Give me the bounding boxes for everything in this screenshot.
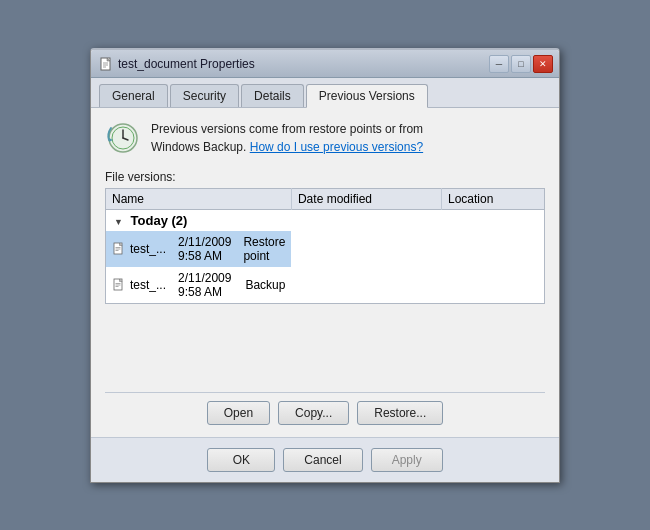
file-date-cell: 2/11/2009 9:58 AM <box>172 269 239 301</box>
document-icon <box>99 57 113 71</box>
tab-general[interactable]: General <box>99 84 168 107</box>
file-name-cell: test_... <box>106 276 172 294</box>
window-title: test_document Properties <box>118 57 255 71</box>
group-header: ▼ Today (2) <box>106 209 545 231</box>
info-link[interactable]: How do I use previous versions? <box>250 140 423 154</box>
file-name: test_... <box>130 242 166 256</box>
open-button[interactable]: Open <box>207 401 270 425</box>
ok-button[interactable]: OK <box>207 448 275 472</box>
action-buttons: Open Copy... Restore... <box>105 392 545 425</box>
table-row[interactable]: test_... 2/11/2009 9:58 AM Backup <box>106 267 291 303</box>
close-button[interactable]: ✕ <box>533 55 553 73</box>
copy-button[interactable]: Copy... <box>278 401 349 425</box>
file-date-cell: 2/11/2009 9:58 AM <box>172 233 237 265</box>
file-location-cell: Restore point <box>237 233 291 265</box>
maximize-button[interactable]: □ <box>511 55 531 73</box>
triangle-icon: ▼ <box>114 217 123 227</box>
file-versions-table: Name Date modified Location ▼ Today (2) <box>105 188 545 378</box>
dialog-footer: OK Cancel Apply <box>91 437 559 482</box>
file-versions-label: File versions: <box>105 170 545 184</box>
tab-security[interactable]: Security <box>170 84 239 107</box>
file-location-cell: Backup <box>239 276 291 294</box>
tab-bar: General Security Details Previous Versio… <box>91 78 559 108</box>
apply-button[interactable]: Apply <box>371 448 443 472</box>
col-date: Date modified <box>291 188 441 209</box>
file-name-cell: test_... <box>106 240 172 258</box>
restore-button[interactable]: Restore... <box>357 401 443 425</box>
file-icon <box>112 242 126 256</box>
col-location: Location <box>441 188 544 209</box>
file-name: test_... <box>130 278 166 292</box>
tab-content: Previous versions come from restore poin… <box>91 108 559 437</box>
info-description: Previous versions come from restore poin… <box>151 120 423 156</box>
properties-dialog: test_document Properties ─ □ ✕ General S… <box>90 48 560 483</box>
tab-previous-versions[interactable]: Previous Versions <box>306 84 428 108</box>
table-row[interactable]: test_... 2/11/2009 9:58 AM Restore point <box>106 231 291 267</box>
title-bar: test_document Properties ─ □ ✕ <box>91 50 559 78</box>
tab-details[interactable]: Details <box>241 84 304 107</box>
cancel-button[interactable]: Cancel <box>283 448 362 472</box>
clock-restore-icon <box>105 120 141 156</box>
info-section: Previous versions come from restore poin… <box>105 120 545 156</box>
window-controls: ─ □ ✕ <box>489 55 553 73</box>
minimize-button[interactable]: ─ <box>489 55 509 73</box>
file-icon <box>112 278 126 292</box>
group-label: Today (2) <box>131 213 188 228</box>
col-name: Name <box>106 188 292 209</box>
